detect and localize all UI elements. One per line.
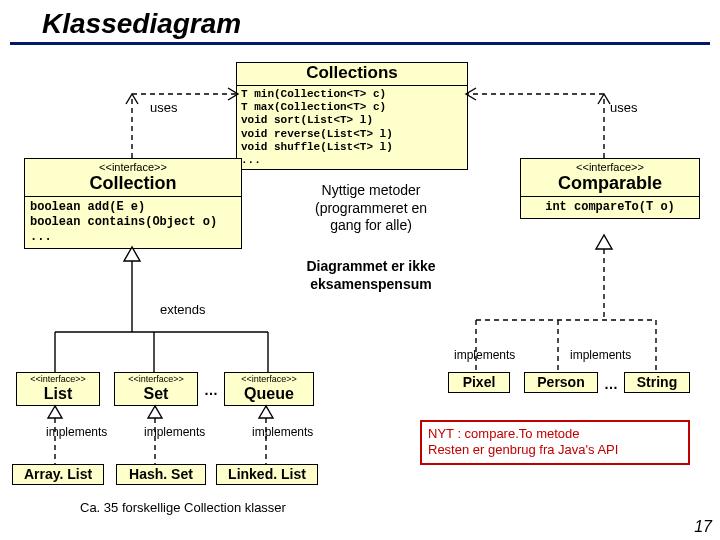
person-name: Person: [525, 373, 597, 392]
collection-name: Collection: [25, 173, 241, 196]
class-queue: <<interface>> Queue: [224, 372, 314, 406]
svg-marker-1: [48, 406, 62, 418]
page-number: 17: [694, 518, 712, 536]
label-impl-pixel: implements: [454, 348, 515, 362]
comparable-name: Comparable: [521, 173, 699, 196]
class-collections: Collections T min(Collection<T> c) T max…: [236, 62, 468, 170]
class-set: <<interface>> Set: [114, 372, 198, 406]
label-impl-arraylist: implements: [46, 425, 107, 439]
comparable-members: int compareTo(T o): [521, 197, 699, 218]
collections-methods: T min(Collection<T> c) T max(Collection<…: [237, 86, 467, 169]
list-stereo: <<interface>>: [17, 373, 99, 384]
note-diagram: Diagrammet er ikke eksamenspensum: [276, 258, 466, 293]
set-name: Set: [115, 384, 197, 405]
class-list: <<interface>> List: [16, 372, 100, 406]
page-title: Klassediagram: [10, 0, 710, 45]
label-impl-linkedlist: implements: [252, 425, 313, 439]
class-comparable: <<interface>> Comparable int compareTo(T…: [520, 158, 700, 219]
arraylist-name: Array. List: [13, 465, 103, 484]
queue-stereo: <<interface>>: [225, 373, 313, 384]
note-nyt: NYT : compare.To metode Resten er genbru…: [420, 420, 690, 465]
svg-marker-3: [259, 406, 273, 418]
class-hashset: Hash. Set: [116, 464, 206, 485]
class-arraylist: Array. List: [12, 464, 104, 485]
label-impl-hashset: implements: [144, 425, 205, 439]
note-nyttige: Nyttige metoder (programmeret en gang fo…: [296, 182, 446, 235]
ellipsis-2: …: [604, 376, 618, 392]
list-name: List: [17, 384, 99, 405]
class-person: Person: [524, 372, 598, 393]
pixel-name: Pixel: [449, 373, 509, 392]
comparable-stereo: <<interface>>: [521, 159, 699, 173]
class-string: String: [624, 372, 690, 393]
label-impl-person: implements: [570, 348, 631, 362]
linkedlist-name: Linked. List: [217, 465, 317, 484]
label-extends: extends: [160, 302, 206, 317]
label-uses-right: uses: [610, 100, 637, 115]
set-stereo: <<interface>>: [115, 373, 197, 384]
class-pixel: Pixel: [448, 372, 510, 393]
svg-marker-0: [124, 247, 140, 261]
ellipsis-1: …: [204, 382, 218, 398]
queue-name: Queue: [225, 384, 313, 405]
svg-marker-2: [148, 406, 162, 418]
footer-text: Ca. 35 forskellige Collection klasser: [80, 500, 286, 515]
class-linkedlist: Linked. List: [216, 464, 318, 485]
string-name: String: [625, 373, 689, 392]
class-collection: <<interface>> Collection boolean add(E e…: [24, 158, 242, 249]
label-uses-left: uses: [150, 100, 177, 115]
hashset-name: Hash. Set: [117, 465, 205, 484]
collections-name: Collections: [237, 63, 467, 85]
svg-marker-4: [596, 235, 612, 249]
collection-members: boolean add(E e) boolean contains(Object…: [25, 197, 241, 248]
collection-stereo: <<interface>>: [25, 159, 241, 173]
